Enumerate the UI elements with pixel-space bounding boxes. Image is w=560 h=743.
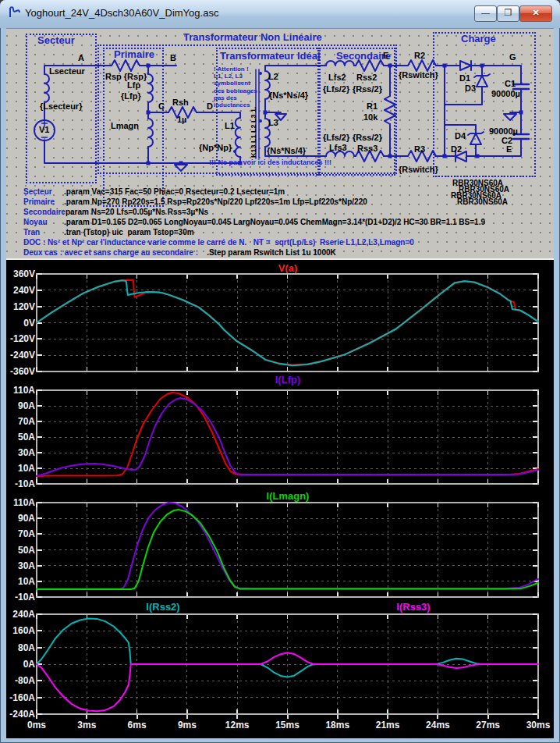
trace-title-I(Rss2)[interactable]: I(Rss2) (146, 601, 179, 613)
spice-directive[interactable]: Tran.tran {Tstop} uic param Tstop=30m (23, 228, 194, 236)
schematic-label[interactable]: {Lfs/2} (323, 84, 349, 94)
spice-directive[interactable]: Deux cas : avec et sans charge au second… (23, 248, 336, 257)
y-axis-tick-label: 90A (6, 400, 35, 411)
plot-pane-1[interactable] (36, 389, 539, 485)
x-axis-tick (537, 715, 539, 719)
schematic-label: K13 L1 L2 L3 1. (250, 106, 258, 158)
spice-directive[interactable]: Noyau.param D1=0.165 D2=0.065 LongNoyau=… (23, 218, 485, 226)
plot-pane-2[interactable] (36, 502, 539, 598)
schematic-label[interactable]: Rsp {Rsp} (105, 72, 147, 81)
schematic-label: !!! Ne pas voir ici des inductances !!! (209, 159, 331, 167)
spice-directive[interactable]: Primaire.param Np=270 Rp220s=1.5 Rsp=Rp2… (23, 197, 367, 206)
y-axis-tick-label: -240V (6, 350, 35, 361)
x-axis-tick-label: 27ms (476, 720, 500, 731)
schematic-label[interactable]: 1µ (177, 115, 186, 124)
schematic-label[interactable]: Lsecteur (49, 66, 85, 76)
section-title: Transformateur Idéal (220, 51, 321, 62)
schematic-label[interactable]: {Lsecteur} (40, 101, 82, 111)
schematic-label[interactable]: {Lfs/2} (323, 133, 349, 142)
y-axis-tick-label: 50A (6, 545, 35, 556)
schematic-label[interactable]: R3 (414, 144, 425, 154)
schematic-label[interactable]: 10k (363, 112, 377, 122)
schematic-label[interactable]: 90000µ (489, 126, 518, 136)
schematic-label[interactable]: D1 (459, 73, 470, 83)
spice-directive[interactable]: DOC : Ns² et Np² car l'inductance varie … (23, 238, 414, 247)
schematic-label[interactable]: E (383, 51, 388, 60)
y-axis-tick-label: 10A (6, 463, 35, 474)
y-axis-tick-label: -10A (6, 478, 35, 489)
schematic-label[interactable]: R2 (414, 51, 425, 60)
schematic-label[interactable]: L3 (268, 118, 278, 127)
schematic-label[interactable]: G (509, 52, 516, 62)
schematic-label[interactable]: D2 (451, 144, 462, 154)
maximize-button[interactable]: ❒ (497, 5, 519, 22)
schematic-label[interactable]: C1 (505, 79, 516, 88)
trace-title-I(Lmagn)[interactable]: I(Lmagn) (267, 490, 310, 502)
close-button[interactable]: ✕ (519, 5, 552, 22)
device-name-label[interactable]: RBR30NS60A (457, 197, 508, 206)
waveform-viewer[interactable]: V(a)360V240V120V0V-120V-240V-360VI(Lfp)1… (6, 260, 554, 738)
y-axis-tick-label: -160A (6, 692, 35, 703)
schematic-label[interactable]: C2 (502, 136, 512, 145)
schematic-label[interactable]: C (158, 101, 165, 111)
schematic-label[interactable]: 90000µ (491, 89, 520, 98)
y-axis-tick-label: -360V (6, 366, 35, 377)
schematic-label[interactable]: {Rss/2} (353, 84, 382, 94)
x-axis-tick (337, 715, 338, 719)
schematic-label[interactable]: B (170, 53, 176, 62)
schematic-label[interactable]: {Rss/2} (353, 133, 382, 142)
schematic-label[interactable]: Lfs3 (329, 143, 347, 152)
x-axis-tick-label: 0ms (27, 720, 46, 731)
schematic-label: ! Attention ! L1, L2, L3 symbolisent des… (214, 66, 257, 108)
x-axis-tick-label: 12ms (225, 720, 250, 731)
spice-directive[interactable]: Secteur.param Vac=315 Fac=50 Phiac=0 Rse… (23, 187, 285, 196)
schematic-label[interactable]: {Ns*Ns/4} (269, 91, 308, 100)
schematic-label[interactable]: Lfp (127, 80, 140, 90)
schematic-label[interactable]: R1 (367, 101, 377, 111)
trace-title-I(Rss3)[interactable]: I(Rss3) (396, 601, 430, 613)
y-axis-tick-label: 240A (6, 609, 35, 620)
schematic-label[interactable]: D4 (455, 131, 466, 140)
window-title: Yoghourt_24V_4Dsch30A60V_DimYog.asc (25, 7, 218, 19)
schematic-label[interactable]: {Rswitch} (399, 165, 438, 174)
schematic-label[interactable]: Rsh (172, 98, 189, 107)
trace-title-I(Lfp)[interactable]: I(Lfp) (275, 374, 300, 386)
y-axis-tick-label: 70A (6, 416, 35, 427)
schematic-label[interactable]: V1 (39, 125, 49, 134)
schematic-label[interactable]: E (506, 144, 512, 154)
schematic-label[interactable]: {Lfp} (121, 91, 141, 101)
trace-title-V(a)[interactable]: V(a) (278, 262, 298, 274)
spice-directive[interactable]: Secondaireparam Ns=20 Lfs=0.05µ*Ns Rss=3… (23, 208, 208, 216)
schematic-label[interactable]: {Rswitch} (399, 70, 438, 80)
y-axis-tick-label: 110A (6, 385, 35, 396)
y-axis-tick-label: -80A (6, 675, 35, 686)
schematic-label[interactable]: Lfs2 (328, 73, 346, 82)
section-title: Transformateur Non Linéaire (183, 32, 322, 43)
schematic-label[interactable]: Rss3 (357, 144, 377, 153)
x-axis-tick-label: 9ms (178, 720, 197, 731)
title-bar[interactable]: Yoghourt_24V_4Dsch30A60V_DimYog.asc — ❒ … (0, 0, 560, 28)
minimize-button[interactable]: — (474, 5, 497, 22)
schematic-label[interactable]: {Np*Np} (199, 143, 232, 152)
schematic-label[interactable]: Rss2 (356, 73, 377, 82)
x-axis-tick (236, 715, 238, 719)
y-axis-tick-label: -120V (6, 333, 35, 344)
schematic-label[interactable]: L2 (268, 72, 278, 81)
x-axis-tick-label: 24ms (426, 720, 450, 731)
schematic-label[interactable]: {Ns*Ns/4} (267, 146, 306, 155)
schematic-label[interactable]: D3 (465, 84, 476, 93)
schematic-label[interactable]: L1 (225, 121, 235, 130)
y-axis-tick-label: 0A (6, 659, 35, 670)
x-axis-tick-label: 3ms (77, 720, 96, 731)
plot-pane-3[interactable] (36, 613, 539, 715)
ltspice-window: Yoghourt_24V_4Dsch30A60V_DimYog.asc — ❒ … (0, 0, 560, 743)
schematic-label[interactable]: A (78, 53, 84, 62)
schematic-label[interactable]: D (207, 101, 213, 111)
plot-pane-0[interactable] (36, 273, 539, 372)
x-axis-tick (487, 715, 489, 719)
x-axis-tick-label: 6ms (128, 720, 147, 731)
schematic-label[interactable]: Lmagn (111, 121, 139, 130)
schematic-editor[interactable]: SecteurTransformateur Non LinéairePrimai… (6, 28, 554, 260)
schematic-labels: SecteurTransformateur Non LinéairePrimai… (6, 29, 554, 260)
y-axis-tick-label: -240A (6, 709, 35, 720)
